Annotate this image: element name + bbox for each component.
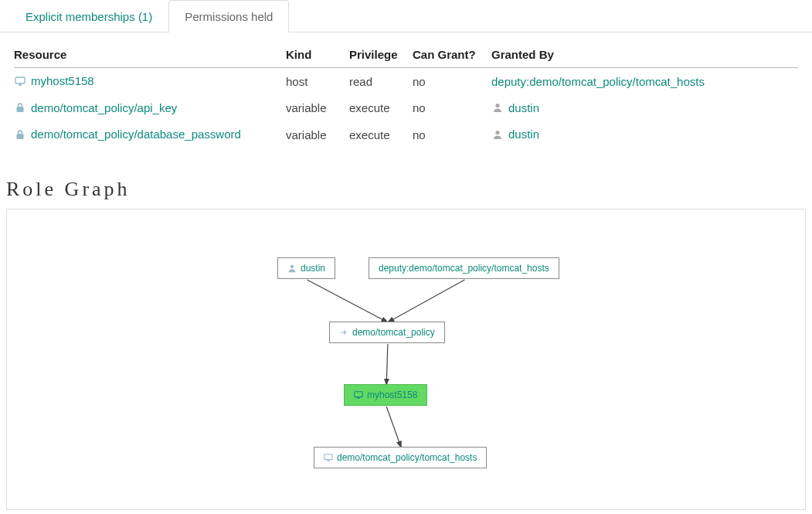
monitor-icon	[324, 453, 333, 462]
monitor-icon	[354, 390, 363, 400]
graph-node-label: myhost5158	[367, 390, 417, 400]
graph-node-dustin[interactable]: dustin	[277, 257, 335, 279]
granted-by-link[interactable]: dustin	[508, 128, 539, 141]
graph-node-host[interactable]: myhost5158	[344, 384, 427, 406]
svg-line-6	[386, 407, 401, 448]
resource-link[interactable]: myhost5158	[31, 74, 94, 87]
col-header-privilege: Privilege	[349, 40, 413, 68]
svg-line-5	[386, 344, 388, 385]
cell-can_grant: no	[413, 68, 491, 95]
col-header-granted-by: Granted By	[491, 40, 798, 68]
cell-privilege: read	[349, 68, 413, 95]
graph-node-label: dustin	[301, 263, 325, 274]
cell-kind: variable	[286, 95, 349, 122]
user-icon	[491, 101, 504, 114]
lock-icon	[14, 101, 26, 114]
tabs: Explicit memberships (1) Permissions hel…	[0, 0, 812, 32]
arrow-icon	[339, 328, 348, 337]
resource-link[interactable]: demo/tomcat_policy/api_key	[31, 101, 177, 114]
permissions-table: Resource Kind Privilege Can Grant? Grant…	[14, 40, 798, 148]
tab-explicit-memberships[interactable]: Explicit memberships (1)	[9, 0, 168, 32]
cell-can_grant: no	[413, 121, 491, 148]
table-row: myhost5158hostreadnodeputy:demo/tomcat_p…	[14, 68, 798, 95]
graph-node-label: deputy:demo/tomcat_policy/tomcat_hosts	[379, 263, 549, 274]
cell-kind: variable	[286, 121, 349, 148]
col-header-can-grant: Can Grant?	[413, 40, 491, 68]
role-graph-heading: Role Graph	[0, 164, 812, 209]
col-header-resource: Resource	[14, 40, 286, 68]
role-graph: dustindeputy:demo/tomcat_policy/tomcat_h…	[6, 209, 806, 510]
granted-by-link[interactable]: deputy:demo/tomcat_policy/tomcat_hosts	[491, 75, 705, 88]
graph-node-deputy[interactable]: deputy:demo/tomcat_policy/tomcat_hosts	[369, 257, 559, 279]
resource-link[interactable]: demo/tomcat_policy/database_password	[31, 128, 241, 141]
user-icon	[491, 128, 504, 141]
user-icon	[287, 264, 297, 273]
tab-permissions-held[interactable]: Permissions held	[168, 0, 289, 32]
table-row: demo/tomcat_policy/database_passwordvari…	[14, 121, 798, 148]
graph-node-policy[interactable]: demo/tomcat_policy	[329, 322, 445, 343]
graph-node-label: demo/tomcat_policy/tomcat_hosts	[337, 452, 477, 463]
cell-kind: host	[286, 68, 349, 95]
granted-by-link[interactable]: dustin	[508, 101, 539, 114]
svg-line-4	[388, 280, 465, 322]
svg-line-3	[307, 280, 388, 322]
cell-privilege: execute	[349, 121, 413, 148]
graph-node-layer[interactable]: demo/tomcat_policy/tomcat_hosts	[314, 447, 487, 468]
cell-can_grant: no	[413, 95, 491, 122]
graph-node-label: demo/tomcat_policy	[352, 327, 435, 338]
col-header-kind: Kind	[286, 40, 349, 68]
monitor-icon	[14, 75, 26, 87]
cell-privilege: execute	[349, 95, 413, 122]
table-row: demo/tomcat_policy/api_keyvariableexecut…	[14, 95, 798, 122]
lock-icon	[14, 128, 26, 141]
